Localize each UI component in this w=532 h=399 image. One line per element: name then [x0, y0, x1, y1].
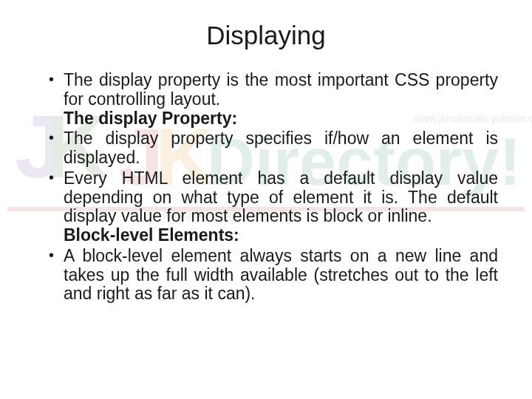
list-item: A block-level element always starts on a…	[49, 247, 498, 304]
bullet-text: The display property is the most importa…	[64, 70, 498, 109]
subheading: The display Property:	[64, 109, 498, 129]
slide: Displaying The display property is the m…	[0, 0, 532, 399]
bullet-text: A block-level element always starts on a…	[64, 246, 498, 304]
slide-title: Displaying	[28, 21, 504, 50]
bullet-text: The display property specifies if/how an…	[64, 129, 498, 167]
subheading: Block-level Elements:	[64, 226, 498, 245]
list-item: Every HTML element has a default display…	[49, 169, 498, 245]
bullet-list: The display property is the most importa…	[28, 71, 504, 304]
list-item: The display property specifies if/how an…	[49, 129, 498, 168]
list-item: The display property is the most importa…	[49, 71, 498, 128]
bullet-text: Every HTML element has a default display…	[64, 168, 498, 226]
